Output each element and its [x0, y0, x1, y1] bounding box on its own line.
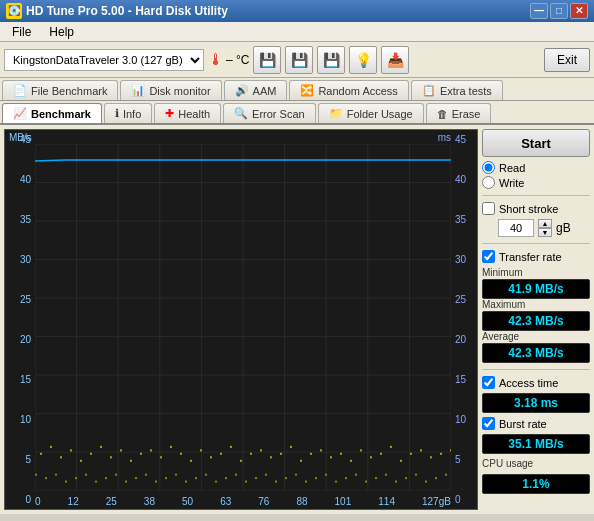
- svg-rect-82: [225, 477, 227, 479]
- toolbar-btn-2[interactable]: 💾: [285, 46, 313, 74]
- svg-rect-94: [345, 477, 347, 479]
- tab-folder-usage[interactable]: 📁 Folder Usage: [318, 103, 424, 123]
- svg-rect-75: [155, 481, 157, 483]
- y-axis-left: 45 40 35 30 25 20 15 10 5 0: [5, 130, 33, 509]
- svg-rect-23: [60, 456, 62, 458]
- svg-rect-96: [365, 481, 367, 483]
- svg-rect-25: [80, 460, 82, 462]
- tab-benchmark[interactable]: 📈 Benchmark: [2, 103, 102, 123]
- toolbar-btn-1[interactable]: 💾: [253, 46, 281, 74]
- svg-rect-37: [200, 449, 202, 451]
- menu-file[interactable]: File: [4, 24, 39, 40]
- minimize-button[interactable]: —: [530, 3, 548, 19]
- svg-rect-67: [75, 477, 77, 479]
- tab-aam[interactable]: 🔊 AAM: [224, 80, 288, 100]
- gib-row: ▲ ▼ gB: [498, 219, 590, 237]
- svg-rect-21: [40, 453, 42, 455]
- titlebar-title: HD Tune Pro 5.00 - Hard Disk Utility: [26, 4, 228, 18]
- titlebar-icon: 💽: [6, 3, 22, 19]
- svg-rect-68: [85, 474, 87, 476]
- minimum-label: Minimum: [482, 267, 590, 278]
- tab-file-benchmark[interactable]: 📄 File Benchmark: [2, 80, 118, 100]
- tab-random-access[interactable]: 🔀 Random Access: [289, 80, 408, 100]
- svg-rect-91: [315, 477, 317, 479]
- drive-select[interactable]: KingstonDataTraveler 3.0 (127 gB): [4, 49, 204, 71]
- tab-error-scan[interactable]: 🔍 Error Scan: [223, 103, 316, 123]
- svg-rect-29: [120, 449, 122, 451]
- close-button[interactable]: ✕: [570, 3, 588, 19]
- folder-usage-icon: 📁: [329, 107, 343, 120]
- svg-rect-47: [300, 460, 302, 462]
- chart-area: MB/s ms 45 40 35 30 25 20 15 10 5 0 45 4…: [4, 129, 478, 510]
- svg-rect-22: [50, 446, 52, 448]
- svg-rect-35: [180, 453, 182, 455]
- access-time-checkbox[interactable]: [482, 376, 495, 389]
- svg-rect-33: [160, 456, 162, 458]
- info-icon: ℹ: [115, 107, 119, 120]
- menubar: File Help: [0, 22, 594, 42]
- tab-disk-monitor[interactable]: 📊 Disk monitor: [120, 80, 221, 100]
- svg-rect-86: [265, 474, 267, 476]
- exit-button[interactable]: Exit: [544, 48, 590, 72]
- toolbar-btn-5[interactable]: 📥: [381, 46, 409, 74]
- transfer-rate-checkbox[interactable]: [482, 250, 495, 263]
- svg-rect-41: [240, 460, 242, 462]
- read-option: Read: [482, 161, 590, 174]
- tab-info[interactable]: ℹ Info: [104, 103, 152, 123]
- svg-rect-78: [185, 481, 187, 483]
- spin-down-button[interactable]: ▼: [538, 228, 552, 237]
- maximize-button[interactable]: □: [550, 3, 568, 19]
- svg-rect-79: [195, 477, 197, 479]
- svg-rect-104: [445, 474, 447, 476]
- svg-rect-48: [310, 453, 312, 455]
- burst-rate-row: Burst rate: [482, 417, 590, 430]
- svg-rect-52: [350, 460, 352, 462]
- svg-rect-99: [395, 481, 397, 483]
- svg-rect-98: [385, 474, 387, 476]
- temperature-display: 🌡 – °C: [208, 51, 249, 69]
- error-scan-icon: 🔍: [234, 107, 248, 120]
- short-stroke-row: Short stroke: [482, 202, 590, 215]
- svg-rect-26: [90, 453, 92, 455]
- svg-rect-92: [325, 474, 327, 476]
- start-button[interactable]: Start: [482, 129, 590, 157]
- tab-erase[interactable]: 🗑 Erase: [426, 103, 492, 123]
- svg-rect-42: [250, 453, 252, 455]
- svg-rect-87: [275, 481, 277, 483]
- read-label: Read: [499, 162, 525, 174]
- burst-rate-checkbox[interactable]: [482, 417, 495, 430]
- short-stroke-checkbox[interactable]: [482, 202, 495, 215]
- svg-rect-58: [410, 453, 412, 455]
- transfer-rate-label: Transfer rate: [499, 251, 562, 263]
- burst-rate-value: 35.1 MB/s: [482, 434, 590, 454]
- svg-rect-70: [105, 477, 107, 479]
- menu-help[interactable]: Help: [41, 24, 82, 40]
- svg-rect-102: [425, 481, 427, 483]
- svg-rect-60: [430, 456, 432, 458]
- svg-rect-44: [270, 456, 272, 458]
- svg-rect-100: [405, 477, 407, 479]
- read-radio[interactable]: [482, 161, 495, 174]
- stat-group-transfer: Minimum 41.9 MB/s Maximum 42.3 MB/s Aver…: [482, 267, 590, 363]
- aam-icon: 🔊: [235, 84, 249, 97]
- tab-extra-tests[interactable]: 📋 Extra tests: [411, 80, 503, 100]
- minimum-value: 41.9 MB/s: [482, 279, 590, 299]
- svg-rect-45: [280, 453, 282, 455]
- read-write-group: Read Write: [482, 161, 590, 189]
- svg-rect-97: [375, 477, 377, 479]
- svg-rect-93: [335, 481, 337, 483]
- svg-rect-50: [330, 456, 332, 458]
- svg-rect-61: [440, 453, 442, 455]
- tab-health[interactable]: ✚ Health: [154, 103, 221, 123]
- toolbar: KingstonDataTraveler 3.0 (127 gB) 🌡 – °C…: [0, 42, 594, 78]
- gib-label: gB: [556, 221, 571, 235]
- disk-monitor-icon: 📊: [131, 84, 145, 97]
- write-radio[interactable]: [482, 176, 495, 189]
- gib-input[interactable]: [498, 219, 534, 237]
- svg-rect-69: [95, 481, 97, 483]
- toolbar-btn-3[interactable]: 💾: [317, 46, 345, 74]
- toolbar-btn-4[interactable]: 💡: [349, 46, 377, 74]
- transfer-rate-row: Transfer rate: [482, 250, 590, 263]
- thermometer-icon: 🌡: [208, 51, 224, 69]
- spin-up-button[interactable]: ▲: [538, 219, 552, 228]
